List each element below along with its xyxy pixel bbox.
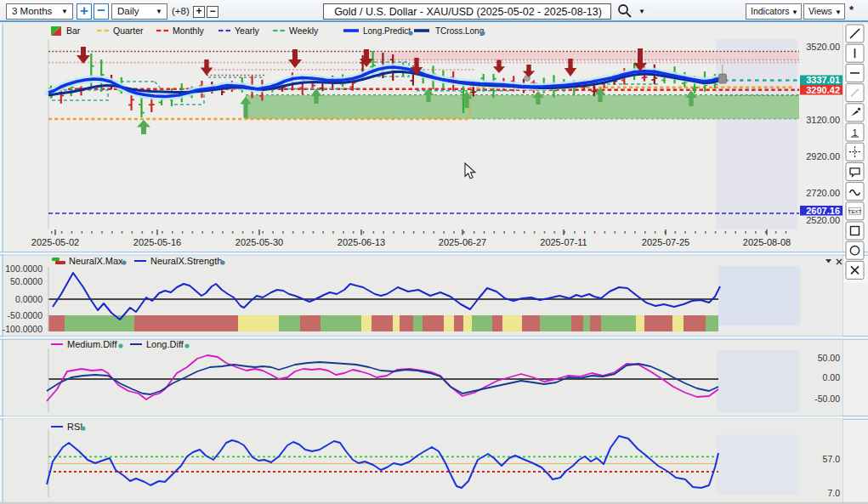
svg-text:Monthly: Monthly (173, 25, 205, 36)
svg-text:2520.00: 2520.00 (806, 215, 840, 225)
svg-text:2607.16: 2607.16 (806, 206, 840, 216)
svg-text:2025-06-13: 2025-06-13 (338, 237, 385, 247)
svg-text:3337.01: 3337.01 (806, 75, 840, 85)
svg-text:1: 1 (852, 127, 857, 138)
svg-text:TCross.Long: TCross.Long (435, 26, 484, 36)
svg-text:-50.0000: -50.0000 (8, 310, 43, 320)
svg-text:Long.Predict: Long.Predict (363, 26, 411, 36)
svg-text:RSI: RSI (67, 422, 82, 432)
svg-text:2920.00: 2920.00 (806, 151, 840, 161)
svg-text:2025-05-30: 2025-05-30 (235, 237, 283, 247)
svg-text:2025-08-08: 2025-08-08 (743, 237, 791, 247)
svg-text:0.00: 0.00 (823, 372, 841, 382)
svg-text:7.0: 7.0 (827, 488, 840, 498)
svg-text:Yearly: Yearly (235, 25, 260, 36)
svg-text:NeuralX.Strength: NeuralX.Strength (150, 256, 222, 266)
svg-text:2025-07-25: 2025-07-25 (642, 237, 689, 247)
svg-text:Weekly: Weekly (289, 25, 319, 36)
svg-text:2025-06-27: 2025-06-27 (439, 237, 486, 247)
svg-text:2025-07-11: 2025-07-11 (540, 237, 587, 247)
svg-text:Quarter: Quarter (113, 25, 144, 36)
svg-text:2025-05-02: 2025-05-02 (31, 237, 79, 247)
svg-text:NeuralX.Max: NeuralX.Max (69, 256, 123, 266)
svg-text:2720.00: 2720.00 (806, 188, 840, 198)
svg-text:3520.00: 3520.00 (806, 42, 840, 52)
svg-text:100.0000: 100.0000 (5, 263, 43, 274)
svg-text:Long.Diff: Long.Diff (146, 339, 184, 349)
svg-text:57.0: 57.0 (823, 454, 841, 464)
svg-text:-100.0000: -100.0000 (3, 324, 43, 334)
svg-text:3120.00: 3120.00 (806, 115, 840, 125)
svg-text:2025-05-16: 2025-05-16 (133, 237, 181, 247)
svg-text:TEXT: TEXT (848, 209, 862, 214)
svg-text:50.00: 50.00 (818, 353, 840, 363)
svg-text:Bar: Bar (66, 25, 81, 36)
svg-text:3290.42: 3290.42 (806, 85, 840, 95)
svg-text:50.0000: 50.0000 (10, 276, 43, 286)
svg-text:-50.00: -50.00 (814, 394, 840, 404)
svg-text:0.0000: 0.0000 (15, 294, 43, 304)
svg-text:Medium.Diff: Medium.Diff (67, 339, 117, 349)
